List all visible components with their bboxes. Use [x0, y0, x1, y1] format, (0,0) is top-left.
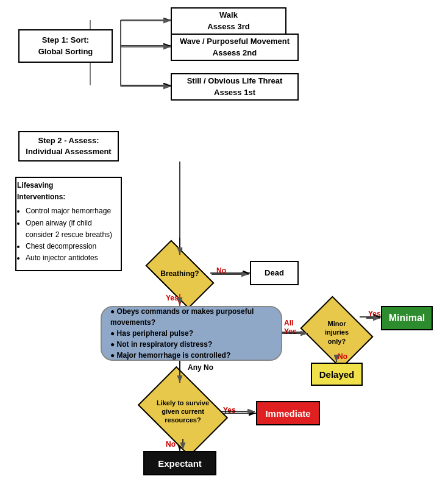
minor-injuries-label: Minor injuries only? [325, 319, 349, 346]
still-label: Still / Obvious Life Threat Assess 1st [187, 76, 283, 98]
yes-label-minor: Yes [368, 310, 381, 318]
survive-label: Likely to survive given current resource… [157, 399, 209, 425]
dead-label: Dead [265, 268, 284, 279]
commands-box: ● Obeys commands or makes purposeful mov… [101, 306, 282, 361]
delayed-box: Delayed [311, 363, 363, 386]
commands-content: ● Obeys commands or makes purposeful mov… [110, 306, 272, 361]
dead-box: Dead [250, 261, 299, 285]
lifesaving-panel: LifesavingInterventions: Control major h… [17, 180, 121, 264]
no-label-breathing: No [216, 266, 226, 275]
minor-injuries-diamond: Minor injuries only? [308, 310, 366, 355]
survive-diamond: Likely to survive given current resource… [146, 384, 219, 439]
expectant-box: Expectant [143, 451, 216, 475]
lifesaving-item-1: Control major hemorrhage [26, 205, 121, 217]
lifesaving-item-4: Auto injector antidotes [26, 252, 121, 264]
minimal-box: Minimal [381, 306, 433, 330]
lifesaving-item-2: Open airway (if child consider 2 rescue … [26, 218, 121, 241]
yes-label-breathing: Yes [166, 294, 179, 302]
step1-box: Step 1: Sort: Global Sorting [18, 29, 113, 63]
step2-label: Step 2 - Assess: Individual Assessment [26, 135, 111, 157]
breathing-label: Breathing? [160, 269, 199, 279]
breathing-diamond: Breathing? [149, 256, 210, 293]
no-label-survive: No [166, 440, 176, 449]
yes-label-survive: Yes [223, 406, 236, 414]
no-label-minor: No [338, 352, 347, 361]
lifesaving-item-3: Chest decompression [26, 241, 121, 252]
wave-box: Wave / Purposeful Movement Assess 2nd [171, 34, 299, 61]
minimal-label: Minimal [389, 311, 425, 325]
immediate-label: Immediate [265, 407, 310, 420]
immediate-box: Immediate [256, 401, 320, 425]
step2-box: Step 2 - Assess: Individual Assessment [18, 131, 119, 162]
walk-box: Walk Assess 3rd [171, 7, 286, 35]
still-box: Still / Obvious Life Threat Assess 1st [171, 73, 299, 101]
all-yes-label: AllYes [284, 319, 297, 336]
wave-label: Wave / Purposeful Movement Assess 2nd [180, 36, 290, 58]
step1-label: Step 1: Sort: Global Sorting [38, 35, 93, 57]
expectant-label: Expectant [158, 457, 202, 470]
any-no-label: Any No [188, 363, 213, 372]
delayed-label: Delayed [319, 368, 355, 381]
lifesaving-title: LifesavingInterventions: [17, 180, 121, 203]
walk-label: Walk Assess 3rd [207, 10, 249, 32]
